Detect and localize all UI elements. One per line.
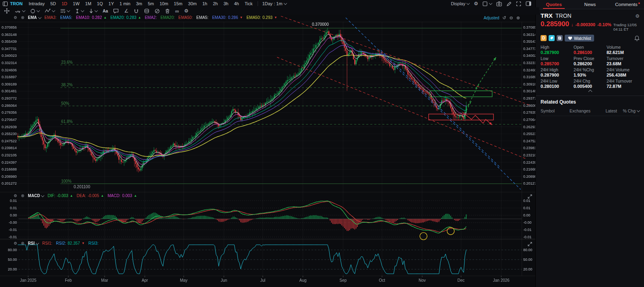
chevron-down-icon xyxy=(95,9,98,12)
stat-volume: Volume82.621M xyxy=(607,45,640,55)
alert-bell-icon[interactable] xyxy=(634,35,640,41)
fullscreen-icon[interactable] xyxy=(516,1,521,6)
hide-drawings-icon[interactable] xyxy=(155,8,160,14)
indicator-settings-icon[interactable]: ⚙ xyxy=(14,193,17,198)
timeframe-1y[interactable]: 1Y xyxy=(106,1,117,6)
timeframe-15m[interactable]: 15m xyxy=(171,1,185,6)
zoom-in-icon[interactable]: ⊕ xyxy=(516,15,520,21)
undo-icon[interactable]: ↺ xyxy=(502,15,506,21)
stats-collapse-toggle[interactable] xyxy=(536,89,644,95)
delete-drawings-icon[interactable] xyxy=(165,8,170,14)
related-col-latest[interactable]: Latest xyxy=(594,108,617,113)
timeframe-1h[interactable]: 1h xyxy=(200,1,210,6)
interval-dropdown[interactable]: 1Day : 1m xyxy=(258,1,286,6)
arrow-tools-icon[interactable] xyxy=(89,8,97,14)
sidebar-tab-comments[interactable]: Comments xyxy=(608,2,644,7)
legend-item-ema20[interactable]: EMA20: xyxy=(161,15,175,20)
text-tool-icon[interactable]: Aa xyxy=(103,9,108,13)
adjusted-label[interactable]: Adjusted xyxy=(483,16,499,20)
legend-item-ema50[interactable]: EMA50:0.293▼ xyxy=(246,15,277,20)
panel-toggle-icon[interactable] xyxy=(526,1,531,6)
indicator-close-icon[interactable]: ⊗ xyxy=(21,241,24,245)
note-badge[interactable] xyxy=(557,35,563,41)
continuous-drawing-icon[interactable]: ∞ xyxy=(175,8,179,14)
legend-item-ema30[interactable]: EMA30:0.286▼ xyxy=(212,15,243,20)
timeframe-30m[interactable]: 30m xyxy=(185,1,199,6)
drawing-settings-icon[interactable]: ⚙ xyxy=(184,8,188,13)
timeframe-4h[interactable]: 4h xyxy=(231,1,242,6)
rsi-expand-icon[interactable] xyxy=(528,242,532,246)
stat-prev-close: Prev Close0.286200 xyxy=(574,56,607,66)
indicator-settings-icon[interactable]: ⚙ xyxy=(14,241,17,245)
legend-item-rsi1[interactable]: RSI1: xyxy=(42,241,52,245)
timeframe-3h[interactable]: 3h xyxy=(221,1,231,6)
timeframe-2h[interactable]: 2h xyxy=(210,1,221,6)
timeframe-tick[interactable]: Tick xyxy=(242,1,256,6)
comment-tool-icon[interactable] xyxy=(113,8,119,14)
timeframe-5d[interactable]: 5D xyxy=(47,1,59,6)
timeframe-10m[interactable]: 10m xyxy=(157,1,171,6)
measure-tools-icon[interactable] xyxy=(75,8,84,14)
indicator-name[interactable]: EMA xyxy=(28,15,41,20)
zoom-out-icon[interactable]: ⊖ xyxy=(510,15,513,21)
screenshot-icon[interactable] xyxy=(496,1,502,6)
related-col-exchanges[interactable]: Exchanges xyxy=(570,108,594,113)
legend-item-ema2[interactable]: EMA2: xyxy=(145,15,157,20)
timeframe-intraday[interactable]: Intraday xyxy=(26,1,47,6)
sidebar-tab-quotes[interactable]: Quotes xyxy=(536,2,572,7)
shape-tools-icon[interactable] xyxy=(30,8,39,14)
magnet-tool-icon[interactable] xyxy=(134,8,139,14)
add-watchlist-button[interactable]: Watchlist xyxy=(565,35,594,42)
chart-ticker[interactable]: TRON xyxy=(10,1,23,6)
delay-badge[interactable]: D xyxy=(541,35,547,41)
angle-tool-icon[interactable]: ∠ xyxy=(124,8,128,13)
indicator-close-icon[interactable]: ⊗ xyxy=(21,15,24,20)
indicator-name[interactable]: MACD xyxy=(28,193,44,198)
indicator-name[interactable]: RSI xyxy=(28,241,39,245)
display-dropdown[interactable]: Display xyxy=(451,1,469,6)
timeframe-3m[interactable]: 3m xyxy=(133,1,145,6)
legend-item-label: EMA20: xyxy=(110,15,125,20)
quote-settings-icon[interactable]: ⚙ xyxy=(635,13,640,19)
drawings-stack-icon[interactable] xyxy=(144,8,149,14)
legend-item-macd[interactable]: MACD:0.003▲ xyxy=(107,193,137,198)
legend-item-label: DIF: xyxy=(47,193,55,198)
related-col-chg[interactable]: % Chg xyxy=(617,108,640,113)
timeframe-1q[interactable]: 1Q xyxy=(94,1,106,6)
legend-item-label: EMA2: xyxy=(145,15,157,20)
timeframe-5m[interactable]: 5m xyxy=(145,1,157,6)
tag-badge[interactable] xyxy=(549,35,555,41)
price-chart-canvas[interactable] xyxy=(0,15,535,287)
indicator-close-icon[interactable]: ⊗ xyxy=(21,193,24,198)
stat-value: 0.286200 xyxy=(574,61,607,66)
badges-row: D Watchlist xyxy=(536,31,644,42)
timeframe-1m[interactable]: 1M xyxy=(83,1,94,6)
legend-item-ema5[interactable]: EMA5: xyxy=(60,15,72,20)
legend-item-ema10[interactable]: EMA10:0.282▲ xyxy=(76,15,107,20)
related-col-symbol[interactable]: Symbol xyxy=(541,108,570,113)
legend-item-ema5[interactable]: EMA5: xyxy=(196,15,208,20)
legend-item-ema20[interactable]: EMA20:0.283▲ xyxy=(110,15,141,20)
edit-icon[interactable] xyxy=(506,1,512,6)
fib-tools-icon[interactable] xyxy=(60,8,70,13)
legend-item-ema50[interactable]: EMA50: xyxy=(178,15,193,20)
timeframe-1w[interactable]: 1W xyxy=(70,1,83,6)
stat-24h-volume: 24H Volume256.438M xyxy=(607,67,640,77)
sidebar-tab-news[interactable]: News xyxy=(572,2,608,7)
timeframe-1d[interactable]: 1D xyxy=(59,1,70,6)
layout-select-icon[interactable] xyxy=(483,1,492,6)
timeframe-1min[interactable]: 1 min xyxy=(117,1,133,6)
macd-expand-icon[interactable] xyxy=(528,194,532,199)
wave-tools-icon[interactable] xyxy=(45,8,55,13)
legend-item-rsi3[interactable]: RSI3: xyxy=(89,241,99,245)
legend-item-ema3[interactable]: EMA3: xyxy=(45,15,57,20)
legend-item-dea[interactable]: DEA:-0.005▲ xyxy=(77,193,104,198)
move-tool-icon[interactable] xyxy=(4,8,10,14)
arrow-up-icon: ▲ xyxy=(138,16,141,19)
window-layout-icon[interactable] xyxy=(3,2,8,6)
chart-settings-icon[interactable]: ⚙ xyxy=(474,1,478,6)
legend-item-rsi2[interactable]: RSI2:82.357▼ xyxy=(56,241,85,245)
legend-item-dif[interactable]: DIF:-0.003▲ xyxy=(47,193,73,198)
line-tools-icon[interactable] xyxy=(15,8,25,14)
indicator-settings-icon[interactable]: ⚙ xyxy=(14,15,17,20)
